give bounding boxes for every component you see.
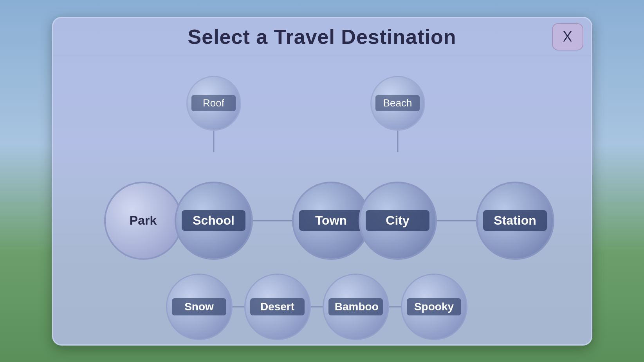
destination-school[interactable]: School [175, 182, 253, 260]
dialog-body: Roof Beach Park School Town City [53, 56, 591, 344]
destination-spooky[interactable]: Spooky [401, 274, 467, 340]
nodes-container: Roof Beach Park School Town City [69, 64, 575, 333]
travel-destination-dialog: Select a Travel Destination X [52, 17, 592, 346]
dialog-title: Select a Travel Destination [188, 25, 456, 49]
destination-bamboo[interactable]: Bamboo [323, 274, 389, 340]
destination-desert[interactable]: Desert [244, 274, 311, 340]
destination-beach[interactable]: Beach [370, 76, 425, 131]
close-button[interactable]: X [552, 23, 583, 50]
destination-station[interactable]: Station [476, 182, 554, 260]
dialog-header: Select a Travel Destination X [53, 18, 591, 56]
destination-park[interactable]: Park [104, 182, 182, 260]
destination-city[interactable]: City [359, 182, 437, 260]
destination-snow[interactable]: Snow [166, 274, 233, 340]
destination-roof[interactable]: Roof [186, 76, 241, 131]
